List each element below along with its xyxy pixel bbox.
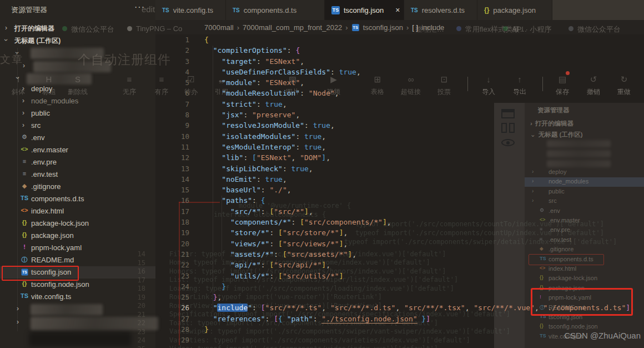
code-text: "paths": { — [204, 195, 265, 206]
line-number: 2 — [155, 45, 189, 56]
chevron-right-icon: › — [5, 24, 7, 32]
breadcrumb-separator: › — [345, 23, 348, 32]
code-line-21[interactable]: 21 "assets/*": ["src/assets/*"], — [155, 249, 644, 260]
redacted-item — [31, 48, 104, 59]
gear-icon: ⚙ — [20, 133, 29, 141]
code-text: "compilerOptions": { — [204, 45, 300, 56]
open-editors-label: 打开的编辑器 — [14, 24, 54, 33]
line-number: 20 — [155, 238, 189, 249]
sidebar-item-deploy[interactable]: ›deploy — [0, 83, 155, 95]
code-text: "moduleResolution": "Node", — [204, 88, 339, 98]
open-editors-section[interactable]: › 打开的编辑器 — [0, 22, 155, 34]
code-line-17[interactable]: 17 "src/*": ["src/*"], — [155, 206, 644, 217]
code-line-3[interactable]: 3 "target": "ESNext", — [155, 56, 644, 67]
code-line-2[interactable]: 2 "compilerOptions": { — [155, 45, 644, 56]
ts-icon: TS — [162, 7, 169, 13]
code-line-23[interactable]: 23 "utils/*": ["src/utils/*"] — [155, 271, 644, 281]
ts-badge-icon: TS — [352, 24, 359, 31]
code-text: "references": [{ "path": "./tsconfig.nod… — [204, 314, 430, 324]
line-number: 5 — [155, 77, 189, 88]
file-name: package-lock.json — [31, 219, 89, 227]
file-name: index.html — [31, 207, 64, 215]
file-name: public — [31, 109, 50, 117]
code-text: "api/*": ["src/api/*"], — [204, 260, 330, 270]
indent-guide — [222, 196, 222, 260]
code-line-8[interactable]: 8 "jsx": "preserve", — [155, 110, 644, 120]
file-name: vite.config.ts — [31, 292, 71, 301]
html-icon: <> — [20, 207, 29, 213]
close-icon[interactable]: × — [395, 6, 400, 14]
chevron-down-icon: › — [2, 39, 10, 41]
breadcrumb-item[interactable]: 7000mall — [204, 23, 234, 32]
code-line-1[interactable]: 1{ — [155, 34, 644, 45]
sidebar-item-.env.master[interactable]: <>.env.master — [0, 144, 155, 156]
code-text: "resolveJsonModule": true, — [204, 120, 335, 131]
more-actions-icon[interactable]: ··· — [134, 2, 145, 12]
sidebar-item-vite.config.ts[interactable]: TSvite.config.ts — [0, 291, 155, 303]
tab-resolvers.d.ts[interactable]: TSresolvers.d.ts — [404, 0, 477, 20]
chevron-down-icon: › — [14, 77, 22, 79]
code-line-15[interactable]: 15 "baseUrl": "./", — [155, 185, 644, 195]
code-line-9[interactable]: 9 "resolveJsonModule": true, — [155, 120, 644, 131]
line-number: 15 — [155, 185, 189, 195]
tab-package.json[interactable]: {}package.json — [477, 0, 552, 20]
line-number: 24 — [155, 281, 189, 292]
line-number: 9 — [155, 120, 189, 131]
ts-icon: TS — [20, 195, 29, 201]
code-line-5[interactable]: 5 "module": "ESNext", — [155, 77, 644, 88]
breadcrumb-item[interactable]: tsconfig.json — [363, 23, 403, 32]
line-number: 3 — [155, 56, 189, 67]
code-text: "assets/*": ["src/assets/*"], — [204, 249, 356, 260]
line-number: 12 — [155, 152, 189, 163]
tab-components.d.ts[interactable]: TScomponents.d.ts — [226, 0, 325, 20]
sidebar-item-.gitignore[interactable]: ◆.gitignore — [0, 181, 155, 193]
workspace-label: 无标题 (工作区) — [14, 36, 61, 46]
breadcrumb-item[interactable]: include — [421, 23, 444, 32]
code-line-6[interactable]: 6 "moduleResolution": "Node", — [155, 88, 644, 98]
sidebar-item-.env.pre[interactable]: ≡.env.pre — [0, 156, 155, 168]
sidebar-item-index.html[interactable]: <>index.html — [0, 205, 155, 217]
sidebar-item-.env.test[interactable]: ≡.env.test — [0, 168, 155, 181]
tab-vite.config.ts[interactable]: TSvite.config.ts — [155, 0, 226, 20]
code-text: "skipLibCheck": true, — [204, 163, 313, 174]
line-number: 22 — [155, 260, 189, 270]
sidebar-item-components.d.ts[interactable]: TScomponents.d.ts — [0, 193, 155, 205]
line-number: 27 — [155, 314, 189, 324]
code-line-14[interactable]: 14 "noEmit": true, — [155, 174, 644, 185]
code-text: "useDefineForClassFields": true, — [204, 67, 361, 77]
code-line-7[interactable]: 7 "strict": true, — [155, 99, 644, 110]
sidebar-item-package.json[interactable]: {}package.json — [0, 230, 155, 242]
line-number: 28 — [155, 324, 189, 335]
code-green-icon: <> — [20, 146, 29, 152]
code-text: "src/*": ["src/*"], — [204, 206, 313, 217]
sidebar-item-src[interactable]: ›src — [0, 120, 155, 132]
sidebar-item-README.md[interactable]: ⓘREADME.md — [0, 254, 155, 266]
code-line-19[interactable]: 19 "store/*": ["src/store/*"], — [155, 227, 644, 238]
breadcrumb: 7000mall›7000mall_com_mp_front_2022›TSts… — [204, 22, 444, 33]
sidebar-item-.env[interactable]: ⚙.env — [0, 132, 155, 144]
code-line-16[interactable]: 16 "paths": { — [155, 195, 644, 206]
annotation-box-sidebar-tsconfig — [2, 266, 79, 281]
sidebar-item-node_modules[interactable]: ›node_modules — [0, 95, 155, 107]
code-line-18[interactable]: 18 "components/*": ["src/components/*"], — [155, 217, 644, 227]
sidebar-item-pnpm-lock.yaml[interactable]: !pnpm-lock.yaml — [0, 242, 155, 254]
chevron-right-icon: › — [23, 62, 25, 69]
sidebar-item-package-lock.json[interactable]: {}package-lock.json — [0, 217, 155, 230]
sidebar-item-public[interactable]: ›public — [0, 107, 155, 120]
code-line-22[interactable]: 22 "api/*": ["src/api/*"], — [155, 260, 644, 270]
line-number: 7 — [155, 99, 189, 110]
code-text: "target": "ESNext", — [204, 56, 304, 67]
chevron-right-icon: › — [22, 109, 24, 117]
ghost-redacted-item — [547, 160, 611, 167]
diamond-icon: ◆ — [20, 182, 29, 190]
breadcrumb-separator: › — [406, 23, 409, 32]
line-number: 6 — [155, 88, 189, 98]
line-number: 4 — [155, 67, 189, 77]
code-line-20[interactable]: 20 "views/*": ["src/views/*"], — [155, 238, 644, 249]
tab-tsconfig.json[interactable]: TStsconfig.json× — [325, 0, 404, 20]
redacted-item — [29, 332, 132, 346]
annotation-box-include-components — [531, 288, 633, 316]
breadcrumb-item[interactable]: 7000mall_com_mp_front_2022 — [243, 23, 342, 32]
workspace-section[interactable]: › 无标题 (工作区) — [0, 34, 155, 47]
code-line-4[interactable]: 4 "useDefineForClassFields": true, — [155, 67, 644, 77]
